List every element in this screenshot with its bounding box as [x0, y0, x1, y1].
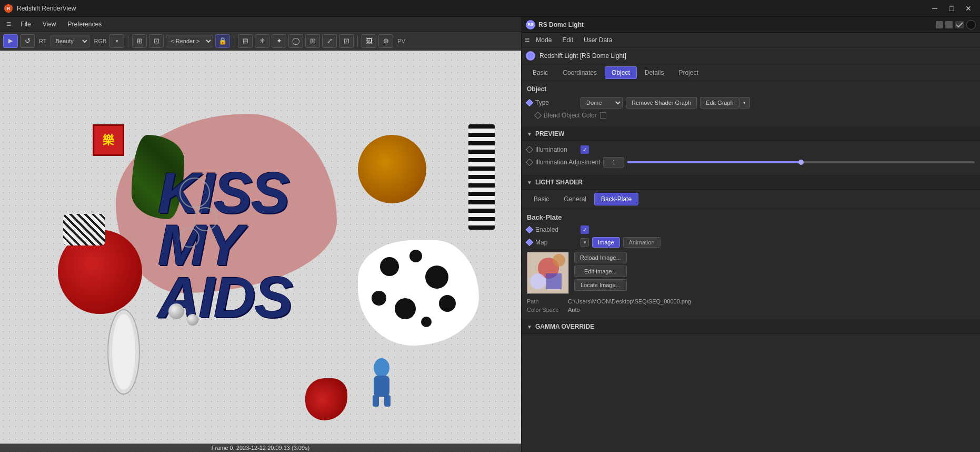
- illum-adj-slider: [603, 157, 975, 168]
- props-hamburger[interactable]: ≡: [525, 35, 529, 45]
- snowflake-btn[interactable]: ✳: [255, 34, 269, 48]
- lock-btn[interactable]: 🔒: [215, 34, 230, 48]
- reload-image-btn[interactable]: Reload Image...: [574, 252, 627, 263]
- add-btn[interactable]: ⊕: [378, 34, 393, 48]
- rs-header-controls: [936, 20, 976, 30]
- blend-row: Blend Object Color: [527, 112, 975, 119]
- frame-btn[interactable]: ⊡: [339, 34, 354, 48]
- menu-view[interactable]: View: [37, 19, 62, 29]
- toolbar-sep-3: [357, 35, 358, 47]
- rgb-dropdown[interactable]: ▾: [109, 34, 124, 48]
- edit-graph-dropdown[interactable]: ▾: [739, 97, 750, 109]
- shader-tab-backplate[interactable]: Back-Plate: [594, 193, 638, 205]
- mode-button[interactable]: Mode: [532, 35, 556, 45]
- type-select[interactable]: Dome Infinite Point: [581, 97, 623, 109]
- image-btn[interactable]: 🖼: [362, 34, 376, 48]
- window-controls: ─ □ ✕: [927, 3, 976, 14]
- right-panel: RS RS Dome Light ≡ Mode Edit User Data: [521, 17, 980, 452]
- leopard-circle: [358, 135, 426, 203]
- gamma-override-header[interactable]: ▼ GAMMA OVERRIDE: [522, 320, 980, 334]
- map-tab-image[interactable]: Image: [592, 237, 620, 248]
- shader-tab-basic[interactable]: Basic: [527, 193, 556, 205]
- light-shader-header[interactable]: ▼ LIGHT SHADER: [522, 175, 980, 190]
- menu-preferences[interactable]: Preferences: [62, 19, 107, 29]
- edit-graph-btn[interactable]: Edit Graph: [700, 97, 739, 109]
- kiss-line2: MY: [158, 219, 292, 271]
- preview-header[interactable]: ▼ PREVIEW: [522, 127, 980, 141]
- path-row: Path C:\Users\MOON\Desktop\SEQ\SEQ_00000…: [527, 298, 975, 304]
- enabled-checkbox[interactable]: ✓: [581, 225, 589, 234]
- map-arrow-btn[interactable]: ▾: [581, 238, 589, 247]
- preview-title: PREVIEW: [535, 130, 564, 137]
- rs-dome-title: RS Dome Light: [538, 21, 584, 28]
- fit-btn[interactable]: ⤢: [322, 34, 337, 48]
- kiss-text: KISS MY AIDS: [158, 166, 292, 323]
- grid-btn[interactable]: ⊞: [132, 34, 147, 48]
- viewport: 樂: [0, 51, 521, 452]
- tab-project[interactable]: Project: [672, 66, 705, 79]
- rs-ctrl-check[interactable]: [955, 21, 964, 28]
- preview-content: Illumination ✓ Illumination Adjustment: [522, 141, 980, 175]
- colorspace-value: Auto: [568, 307, 975, 313]
- svg-point-0: [380, 257, 399, 276]
- tab-basic[interactable]: Basic: [526, 66, 555, 79]
- rs-ctrl-btn2[interactable]: [945, 21, 953, 28]
- jp-sign: 樂: [93, 124, 124, 156]
- map-row: Map ▾ Image Animation: [527, 237, 975, 248]
- type-diamond: [526, 99, 533, 106]
- props-topbar: ≡ Mode Edit User Data: [522, 33, 980, 47]
- tab-object[interactable]: Object: [605, 66, 637, 79]
- blend-checkbox[interactable]: [600, 112, 606, 119]
- gamma-title: GAMMA OVERRIDE: [535, 323, 594, 330]
- svg-point-5: [439, 295, 456, 312]
- tab-details[interactable]: Details: [638, 66, 671, 79]
- illum-adj-value[interactable]: [603, 157, 624, 168]
- svg-point-1: [409, 250, 422, 262]
- locate-image-btn[interactable]: Locate Image...: [574, 279, 627, 291]
- path-label: Path: [527, 298, 564, 304]
- refresh-button[interactable]: ↺: [20, 34, 35, 48]
- illum-diamond: [526, 146, 533, 153]
- play-button[interactable]: ▶: [3, 34, 18, 48]
- image-preview-row: Reload Image... Edit Image... Locate Ima…: [527, 252, 975, 294]
- colorspace-label: Color Space: [527, 307, 564, 313]
- svg-point-16: [527, 52, 534, 60]
- crop-btn[interactable]: ⊡: [149, 34, 164, 48]
- edit-image-btn[interactable]: Edit Image...: [574, 266, 627, 277]
- red-bean: [305, 378, 347, 420]
- tab-coordinates[interactable]: Coordinates: [556, 66, 604, 79]
- slider-thumb[interactable]: [798, 160, 804, 165]
- status-bar: Frame 0: 2023-12-12 20:09:13 (3.09s): [0, 444, 521, 452]
- svg-rect-13: [384, 395, 391, 407]
- main-container: ≡ File View Preferences ▶ ↺ RT Beauty Di…: [0, 17, 980, 452]
- minimize-button[interactable]: ─: [927, 3, 942, 14]
- illum-check[interactable]: ✓: [581, 145, 589, 154]
- map-tab-animation[interactable]: Animation: [623, 237, 661, 248]
- title-bar-left: R Redshift RenderView: [4, 4, 76, 13]
- rs-ctrl-btn1[interactable]: [936, 21, 943, 28]
- light-name-icon: [526, 51, 535, 61]
- hamburger-icon[interactable]: ≡: [3, 18, 14, 30]
- object-section: Object Type Dome Infinite Point Remove S…: [522, 81, 980, 127]
- toolbar-sep-2: [234, 35, 234, 47]
- enabled-diamond: [526, 226, 533, 233]
- shader-tab-general[interactable]: General: [557, 193, 593, 205]
- edit-button[interactable]: Edit: [558, 35, 577, 45]
- illum-adj-diamond: [526, 159, 533, 166]
- rs-color-swatch[interactable]: [966, 20, 976, 30]
- grid2-btn[interactable]: ⊟: [238, 34, 253, 48]
- beauty-select[interactable]: Beauty Diffuse Specular: [51, 35, 89, 47]
- expand-btn[interactable]: ⊞: [305, 34, 320, 48]
- svg-point-21: [553, 254, 565, 267]
- circle-btn[interactable]: ◯: [288, 34, 303, 48]
- menu-file[interactable]: File: [15, 19, 36, 29]
- maximize-button[interactable]: □: [944, 3, 959, 14]
- remove-shader-btn[interactable]: Remove Shader Graph: [626, 97, 697, 109]
- slider-track[interactable]: [627, 161, 975, 163]
- dalmatian-blob: [358, 240, 479, 346]
- userdata-button[interactable]: User Data: [579, 35, 616, 45]
- close-button[interactable]: ✕: [961, 3, 976, 14]
- render-select[interactable]: < Render >: [166, 35, 213, 47]
- backplate-title: Back-Plate: [527, 213, 975, 221]
- asterisk-btn[interactable]: ✦: [272, 34, 286, 48]
